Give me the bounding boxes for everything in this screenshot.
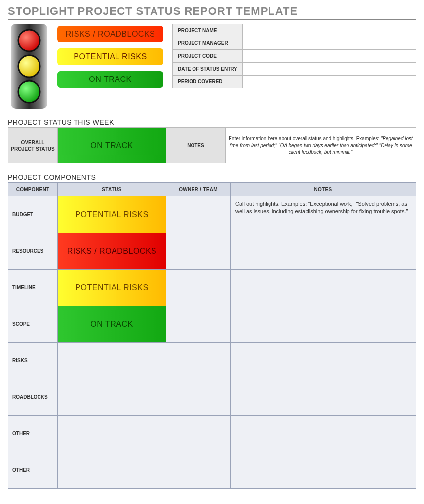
- component-status-cell[interactable]: RISKS / ROADBLOCKS: [58, 233, 166, 270]
- component-status-cell[interactable]: POTENTIAL RISKS: [58, 270, 166, 306]
- component-owner-cell[interactable]: [166, 416, 231, 452]
- svg-point-2: [18, 55, 40, 77]
- component-note-cell[interactable]: [231, 379, 416, 416]
- component-owner-cell[interactable]: [166, 233, 231, 270]
- component-status-chip: POTENTIAL RISKS: [58, 270, 166, 306]
- col-header-component: COMPONENT: [8, 183, 58, 196]
- col-header-notes: NOTES: [231, 183, 416, 196]
- table-row: RESOURCESRISKS / ROADBLOCKS: [8, 233, 416, 270]
- component-note-cell[interactable]: [231, 416, 416, 452]
- meta-label-project-manager: PROJECT MANAGER: [173, 37, 243, 50]
- page-title: STOPLIGHT PROJECT STATUS REPORT TEMPLATE: [8, 5, 416, 20]
- component-note-cell[interactable]: [231, 306, 416, 343]
- component-status-cell[interactable]: [58, 452, 166, 489]
- component-note-cell[interactable]: [231, 270, 416, 306]
- meta-label-date-of-status-entry: DATE OF STATUS ENTRY: [173, 63, 243, 76]
- table-row: RISKS: [8, 343, 416, 379]
- stoplight-legend-block: RISKS / ROADBLOCKS POTENTIAL RISKS ON TR…: [8, 24, 163, 109]
- col-header-owner: OWNER / TEAM: [166, 183, 231, 196]
- table-row: OTHER: [8, 416, 416, 452]
- legend-risks-roadblocks: RISKS / ROADBLOCKS: [57, 26, 163, 42]
- svg-point-3: [18, 81, 40, 103]
- component-note-cell[interactable]: [231, 452, 416, 489]
- component-owner-cell[interactable]: [166, 196, 231, 233]
- weekly-status-table: OVERALL PROJECT STATUS ON TRACK NOTES En…: [8, 127, 416, 163]
- component-status-cell[interactable]: [58, 343, 166, 379]
- overall-notes-caption: NOTES: [166, 128, 226, 163]
- meta-value-project-code[interactable]: [242, 50, 416, 63]
- overall-status-caption: OVERALL PROJECT STATUS: [8, 128, 58, 163]
- table-row: BUDGETPOTENTIAL RISKSCall out highlights…: [8, 196, 416, 233]
- meta-value-project-name[interactable]: [242, 24, 416, 37]
- component-label: SCOPE: [8, 306, 58, 343]
- legend-potential-risks: POTENTIAL RISKS: [57, 48, 163, 65]
- overall-status-cell[interactable]: ON TRACK: [58, 128, 166, 163]
- component-status-chip: RISKS / ROADBLOCKS: [58, 233, 166, 269]
- component-label: ROADBLOCKS: [8, 379, 58, 416]
- meta-label-period-covered: PERIOD COVERED: [173, 76, 243, 88]
- component-owner-cell[interactable]: [166, 270, 231, 306]
- legend-on-track: ON TRACK: [57, 71, 163, 88]
- meta-value-date-of-status-entry[interactable]: [242, 63, 416, 76]
- overall-notes-body[interactable]: Enter information here about overall sta…: [226, 128, 416, 163]
- component-status-chip: ON TRACK: [58, 306, 166, 342]
- component-note-cell[interactable]: Call out highlights. Examples: "Exceptio…: [231, 196, 416, 233]
- component-label: BUDGET: [8, 196, 58, 233]
- component-owner-cell[interactable]: [166, 343, 231, 379]
- overall-status-chip: ON TRACK: [58, 128, 166, 163]
- meta-value-period-covered[interactable]: [242, 76, 416, 88]
- project-meta-table: PROJECT NAME PROJECT MANAGER PROJECT COD…: [172, 24, 416, 88]
- component-status-cell[interactable]: [58, 416, 166, 452]
- table-row: OTHER: [8, 452, 416, 489]
- component-owner-cell[interactable]: [166, 306, 231, 343]
- component-label: OTHER: [8, 452, 58, 489]
- table-row: TIMELINEPOTENTIAL RISKS: [8, 270, 416, 306]
- component-note-cell[interactable]: [231, 233, 416, 270]
- component-label: RISKS: [8, 343, 58, 379]
- components-table: COMPONENT STATUS OWNER / TEAM NOTES BUDG…: [8, 182, 416, 489]
- component-status-cell[interactable]: ON TRACK: [58, 306, 166, 343]
- meta-label-project-name: PROJECT NAME: [173, 24, 243, 37]
- component-owner-cell[interactable]: [166, 452, 231, 489]
- svg-point-1: [18, 30, 40, 51]
- section-heading-week: PROJECT STATUS THIS WEEK: [8, 118, 416, 126]
- component-note-cell[interactable]: [231, 343, 416, 379]
- component-label: RESOURCES: [8, 233, 58, 270]
- component-status-chip: POTENTIAL RISKS: [58, 196, 166, 233]
- col-header-status: STATUS: [58, 183, 166, 196]
- section-heading-components: PROJECT COMPONENTS: [8, 173, 416, 181]
- meta-value-project-manager[interactable]: [242, 37, 416, 50]
- component-label: OTHER: [8, 416, 58, 452]
- stoplight-icon: [8, 24, 50, 109]
- meta-label-project-code: PROJECT CODE: [173, 50, 243, 63]
- component-label: TIMELINE: [8, 270, 58, 306]
- table-row: SCOPEON TRACK: [8, 306, 416, 343]
- component-status-cell[interactable]: POTENTIAL RISKS: [58, 196, 166, 233]
- table-row: ROADBLOCKS: [8, 379, 416, 416]
- overall-notes-lead: Enter information here about overall sta…: [229, 136, 381, 141]
- component-status-cell[interactable]: [58, 379, 166, 416]
- component-owner-cell[interactable]: [166, 379, 231, 416]
